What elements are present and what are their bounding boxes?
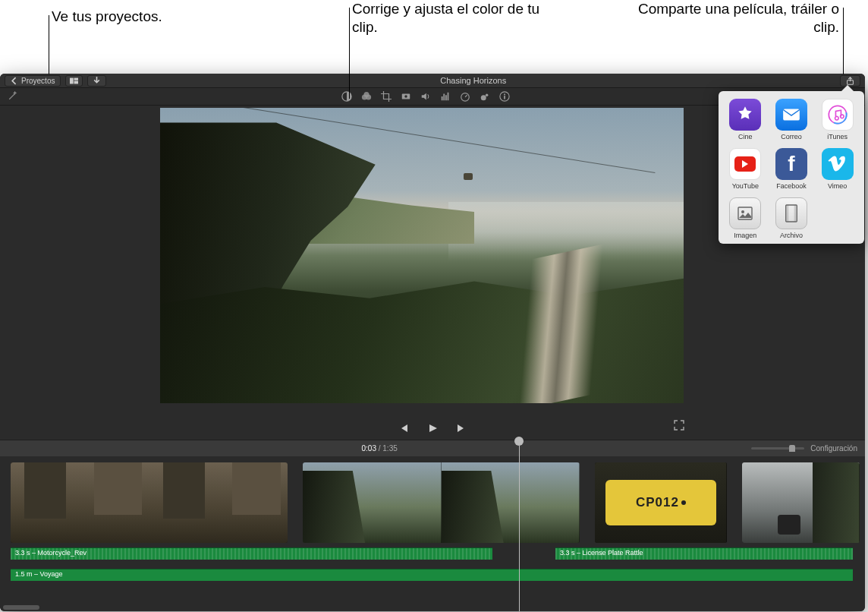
next-button[interactable] bbox=[456, 423, 467, 434]
file-icon bbox=[775, 197, 807, 229]
fullscreen-button[interactable] bbox=[674, 420, 684, 434]
speed-icon[interactable] bbox=[460, 91, 470, 102]
time-current: 0:03 bbox=[362, 444, 376, 453]
share-item-mail[interactable]: Correo bbox=[771, 97, 813, 142]
vimeo-icon bbox=[822, 148, 854, 180]
timeline-clip[interactable]: CP012 bbox=[595, 462, 727, 543]
timeline-scrollbar[interactable] bbox=[3, 605, 39, 610]
svg-point-9 bbox=[404, 95, 407, 98]
facebook-icon: f bbox=[775, 148, 807, 180]
svg-point-24 bbox=[741, 210, 744, 213]
svg-rect-12 bbox=[445, 95, 447, 100]
timeline-clip[interactable] bbox=[11, 462, 288, 543]
timeline[interactable]: CP012 3.3 s – Motorcycle_Rev 3.3 s – Lic… bbox=[0, 456, 865, 611]
magic-wand-icon[interactable] bbox=[8, 90, 18, 100]
svg-point-7 bbox=[363, 92, 369, 97]
audio-clip[interactable]: 3.3 s – Motorcycle_Rev bbox=[11, 547, 492, 560]
project-title: Chasing Horizons bbox=[106, 76, 840, 85]
annotation-callouts: Ve tus proyectos. Corrige y ajusta el co… bbox=[0, 0, 868, 68]
svg-rect-10 bbox=[441, 96, 442, 100]
theater-icon bbox=[729, 99, 761, 131]
mail-icon bbox=[775, 99, 807, 131]
share-item-vimeo[interactable]: Vimeo bbox=[816, 147, 858, 191]
callout-projects: Ve tus proyectos. bbox=[52, 8, 162, 26]
timeline-clip[interactable] bbox=[742, 462, 860, 543]
share-item-theater[interactable]: Cine bbox=[725, 97, 766, 142]
stabilize-icon[interactable] bbox=[401, 91, 411, 102]
callout-color: Corrige y ajusta el color de tu clip. bbox=[352, 0, 549, 36]
time-row: 0:03 / 1:35 Configuración bbox=[0, 440, 865, 456]
info-icon[interactable] bbox=[499, 91, 510, 102]
effects-icon[interactable] bbox=[480, 91, 490, 102]
import-button[interactable] bbox=[87, 75, 106, 87]
svg-rect-20 bbox=[783, 109, 800, 120]
share-item-itunes[interactable]: iTunes bbox=[816, 97, 858, 142]
share-item-youtube[interactable]: YouTube bbox=[725, 147, 766, 191]
svg-rect-0 bbox=[70, 77, 74, 84]
svg-rect-27 bbox=[794, 205, 797, 222]
back-projects-button[interactable]: Proyectos bbox=[5, 75, 61, 87]
color-correction-icon[interactable] bbox=[361, 91, 372, 102]
image-icon bbox=[729, 197, 761, 229]
timeline-clip[interactable] bbox=[303, 462, 580, 543]
audio-clip[interactable]: 3.3 s – License Plate Rattle bbox=[555, 547, 853, 560]
volume-icon[interactable] bbox=[420, 91, 431, 102]
prev-button[interactable] bbox=[398, 423, 409, 434]
zoom-slider[interactable] bbox=[751, 447, 804, 450]
color-balance-icon[interactable] bbox=[341, 91, 352, 102]
settings-button[interactable]: Configuración bbox=[810, 444, 857, 453]
layout-toggle-button[interactable] bbox=[65, 75, 83, 87]
share-popover: Cine Correo iTunes YouTube f Facebook Vi… bbox=[719, 91, 864, 244]
svg-rect-11 bbox=[443, 94, 445, 101]
equalizer-icon[interactable] bbox=[440, 91, 451, 102]
svg-rect-18 bbox=[504, 96, 505, 99]
share-item-image[interactable]: Imagen bbox=[725, 196, 766, 241]
playhead[interactable] bbox=[519, 446, 520, 611]
transport-controls bbox=[0, 423, 865, 434]
play-button[interactable] bbox=[427, 423, 438, 434]
audio-clip[interactable]: 1.5 m – Voyage bbox=[11, 569, 853, 581]
svg-point-16 bbox=[486, 94, 489, 97]
title-bar: Proyectos Chasing Horizons bbox=[0, 74, 865, 88]
svg-rect-13 bbox=[447, 93, 448, 101]
share-item-file[interactable]: Archivo bbox=[771, 196, 813, 241]
svg-rect-26 bbox=[786, 205, 789, 222]
itunes-icon bbox=[822, 99, 854, 131]
svg-point-15 bbox=[480, 95, 486, 100]
svg-rect-19 bbox=[504, 94, 505, 96]
svg-rect-2 bbox=[74, 80, 79, 84]
crop-icon[interactable] bbox=[381, 91, 392, 102]
svg-rect-1 bbox=[74, 77, 79, 80]
back-label: Proyectos bbox=[21, 77, 55, 85]
share-item-facebook[interactable]: f Facebook bbox=[771, 147, 813, 191]
time-total: 1:35 bbox=[382, 444, 397, 453]
callout-share: Comparte una película, tráiler o clip. bbox=[619, 0, 839, 36]
preview-canvas[interactable] bbox=[160, 108, 684, 403]
youtube-icon bbox=[729, 148, 761, 180]
